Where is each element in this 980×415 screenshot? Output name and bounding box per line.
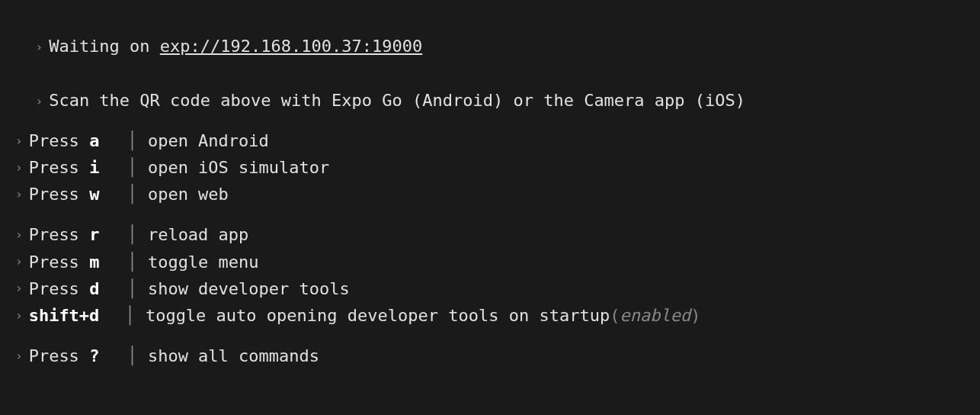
desc-android: open Android <box>148 127 269 154</box>
press-label: Press <box>29 279 89 298</box>
press-label: Press <box>29 185 89 204</box>
status-paren-close: ) <box>690 302 700 329</box>
command-row-help: › Press ? │ show all commands <box>6 343 980 369</box>
divider-icon: │ <box>127 127 137 154</box>
command-row-menu: › Press m │ toggle menu <box>6 249 980 275</box>
divider-icon: │ <box>127 249 137 275</box>
status-paren-open: ( <box>610 302 620 329</box>
scan-instruction: Scan the QR code above with Expo Go (And… <box>49 91 745 110</box>
press-label: Press <box>29 158 89 177</box>
status-enabled: enabled <box>620 302 690 329</box>
bullet-icon: › <box>15 252 23 272</box>
key-help: ? <box>89 346 99 365</box>
bullet-icon: › <box>15 131 23 151</box>
footer-line: Logs for your project will appear below.… <box>6 388 980 415</box>
command-group-platform: › Press a │ open Android › Press i │ ope… <box>6 127 980 208</box>
command-group-dev: › Press r │ reload app › Press m │ toggl… <box>6 221 980 329</box>
command-row-web: › Press w │ open web <box>6 181 980 208</box>
waiting-line: ›Waiting on exp://192.168.100.37:19000 <box>6 6 980 60</box>
desc-reload: reload app <box>148 221 248 248</box>
key-web: w <box>89 185 99 204</box>
command-row-devtools: › Press d │ show developer tools <box>6 275 980 302</box>
press-label: Press <box>29 346 89 365</box>
bullet-icon: › <box>15 306 23 326</box>
desc-ios: open iOS simulator <box>148 154 329 181</box>
desc-shift-d: toggle auto opening developer tools on s… <box>146 302 610 329</box>
bullet-icon: › <box>15 278 23 298</box>
desc-devtools: show developer tools <box>148 275 350 302</box>
press-label: Press <box>29 225 89 244</box>
key-android: a <box>89 131 99 150</box>
key-ios: i <box>89 158 99 177</box>
divider-icon: │ <box>127 343 137 369</box>
server-url: exp://192.168.100.37:19000 <box>160 37 422 56</box>
command-row-shift-d: › shift+d │ toggle auto opening develope… <box>6 302 980 329</box>
key-shift-d: shift+d <box>29 306 100 325</box>
bullet-icon: › <box>15 346 23 366</box>
press-label: Press <box>29 253 89 272</box>
divider-icon: │ <box>127 275 137 302</box>
command-group-help: › Press ? │ show all commands <box>6 343 980 369</box>
bullet-icon: › <box>36 37 43 57</box>
desc-menu: toggle menu <box>148 249 259 275</box>
key-reload: r <box>89 225 99 244</box>
desc-help: show all commands <box>148 343 319 369</box>
bullet-icon: › <box>36 92 43 111</box>
divider-icon: │ <box>125 302 135 329</box>
divider-icon: │ <box>127 221 137 248</box>
scan-instruction-line: ›Scan the QR code above with Expo Go (An… <box>6 60 980 113</box>
divider-icon: │ <box>127 181 137 208</box>
command-row-ios: › Press i │ open iOS simulator <box>6 154 980 181</box>
command-row-reload: › Press r │ reload app <box>6 221 980 248</box>
key-menu: m <box>89 253 99 272</box>
waiting-prefix: Waiting on <box>49 37 160 56</box>
command-row-android: › Press a │ open Android <box>6 127 980 154</box>
desc-web: open web <box>148 181 229 208</box>
bullet-icon: › <box>15 225 23 245</box>
bullet-icon: › <box>15 185 23 204</box>
divider-icon: │ <box>127 154 137 181</box>
bullet-icon: › <box>15 158 23 178</box>
key-devtools: d <box>89 279 99 298</box>
press-label: Press <box>29 131 89 150</box>
